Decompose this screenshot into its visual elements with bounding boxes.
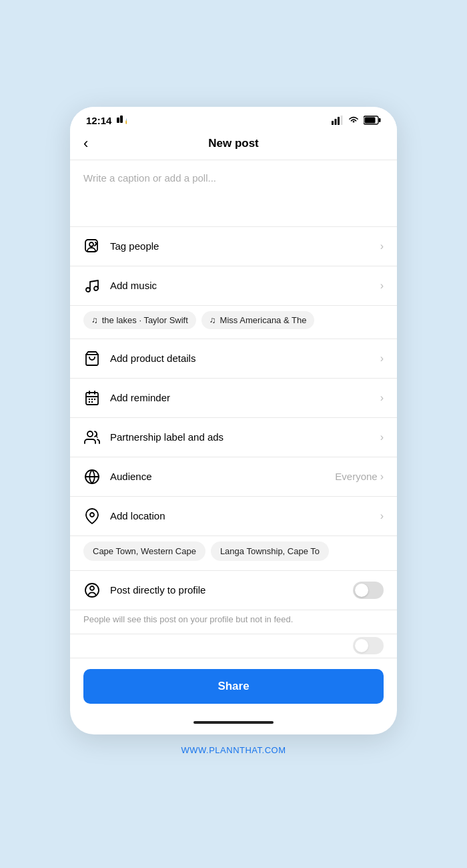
music-icon	[83, 277, 101, 294]
person-tag-icon	[83, 238, 101, 255]
audience-icon	[83, 468, 101, 485]
svg-point-24	[87, 431, 93, 437]
post-directly-toggle[interactable]	[353, 582, 384, 599]
post-directly-desc-text: People will see this post on your profil…	[83, 614, 293, 624]
audience-value: Everyone	[335, 471, 377, 482]
chevron-right-icon: ›	[380, 431, 384, 443]
partnership-item[interactable]: Partnership label and ads ›	[70, 418, 397, 457]
svg-point-12	[86, 288, 90, 292]
music-chip-label-2: Miss Americana & The	[220, 315, 307, 325]
tag-people-label: Tag people	[110, 240, 159, 252]
add-product-label: Add product details	[110, 353, 195, 364]
footer-text: WWW.PLANNTHAT.COM	[181, 734, 286, 762]
svg-point-26	[90, 513, 94, 517]
product-icon	[83, 350, 101, 367]
signal-icon	[332, 116, 344, 125]
add-location-item[interactable]: Add location ›	[70, 497, 397, 536]
post-directly-item[interactable]: Post directly to profile	[70, 571, 397, 610]
svg-rect-1	[120, 116, 123, 123]
wifi-icon	[348, 116, 360, 125]
svg-rect-3	[332, 121, 334, 125]
svg-rect-0	[117, 118, 119, 123]
partial-toggle	[353, 637, 384, 654]
post-directly-label: Post directly to profile	[110, 584, 205, 596]
home-bar	[193, 721, 274, 724]
add-music-item[interactable]: Add music ›	[70, 266, 397, 306]
location-chip-label-2: Langa Township, Cape To	[220, 546, 320, 556]
chevron-right-icon: ›	[380, 471, 384, 483]
partial-row	[70, 634, 397, 658]
location-chip-label-1: Cape Town, Western Cape	[93, 546, 196, 556]
battery-icon	[364, 116, 381, 125]
audience-item[interactable]: Audience Everyone ›	[70, 457, 397, 497]
tag-people-item[interactable]: Tag people ›	[70, 227, 397, 266]
location-chip-1[interactable]: Cape Town, Western Cape	[83, 541, 205, 561]
svg-rect-8	[379, 118, 381, 122]
location-icon	[83, 507, 101, 525]
status-icons	[332, 116, 381, 125]
add-product-item[interactable]: Add product details ›	[70, 339, 397, 379]
post-directly-description: People will see this post on your profil…	[70, 610, 397, 634]
location-chips-row: Cape Town, Western Cape Langa Township, …	[70, 536, 397, 571]
audience-label: Audience	[110, 471, 152, 482]
location-chip-2[interactable]: Langa Township, Cape To	[211, 541, 329, 561]
chevron-right-icon: ›	[380, 240, 384, 252]
chevron-right-icon: ›	[380, 392, 384, 404]
profile-circle-icon	[83, 582, 101, 599]
svg-point-28	[90, 586, 94, 590]
home-indicator	[70, 714, 397, 734]
add-location-label: Add location	[110, 510, 165, 521]
add-music-label: Add music	[110, 280, 157, 291]
svg-rect-9	[365, 118, 376, 124]
music-note-icon: ♫	[91, 315, 98, 325]
share-button[interactable]: Share	[83, 669, 384, 704]
svg-rect-4	[335, 119, 337, 125]
music-chip-1[interactable]: ♫ the lakes · Taylor Swift	[83, 311, 196, 329]
time-display: 12:14	[86, 115, 111, 126]
partnership-icon	[83, 429, 101, 446]
caption-area[interactable]: Write a caption or add a poll...	[70, 160, 397, 227]
music-chip-2[interactable]: ♫ Miss Americana & The	[201, 311, 315, 329]
music-chips-row: ♫ the lakes · Taylor Swift ♫ Miss Americ…	[70, 306, 397, 339]
partnership-label: Partnership label and ads	[110, 431, 223, 443]
data-icon: 🔒	[116, 115, 127, 126]
header: ‹ New post	[70, 130, 397, 160]
page-title: New post	[208, 137, 259, 150]
music-note-icon-2: ♫	[209, 315, 216, 325]
music-chip-label-1: the lakes · Taylor Swift	[102, 315, 188, 325]
svg-rect-5	[338, 117, 340, 125]
chevron-right-icon: ›	[380, 280, 384, 292]
svg-point-11	[89, 242, 93, 246]
svg-rect-6	[341, 116, 343, 125]
reminder-icon	[83, 389, 101, 407]
chevron-right-icon: ›	[380, 353, 384, 365]
caption-placeholder: Write a caption or add a poll...	[83, 172, 216, 184]
status-time: 12:14 🔒	[86, 115, 127, 126]
add-reminder-item[interactable]: Add reminder ›	[70, 379, 397, 418]
chevron-right-icon: ›	[380, 510, 384, 522]
svg-text:🔒: 🔒	[124, 117, 127, 125]
svg-point-13	[94, 286, 98, 290]
back-button[interactable]: ‹	[83, 135, 88, 152]
status-bar: 12:14 🔒	[70, 107, 397, 130]
add-reminder-label: Add reminder	[110, 392, 170, 403]
